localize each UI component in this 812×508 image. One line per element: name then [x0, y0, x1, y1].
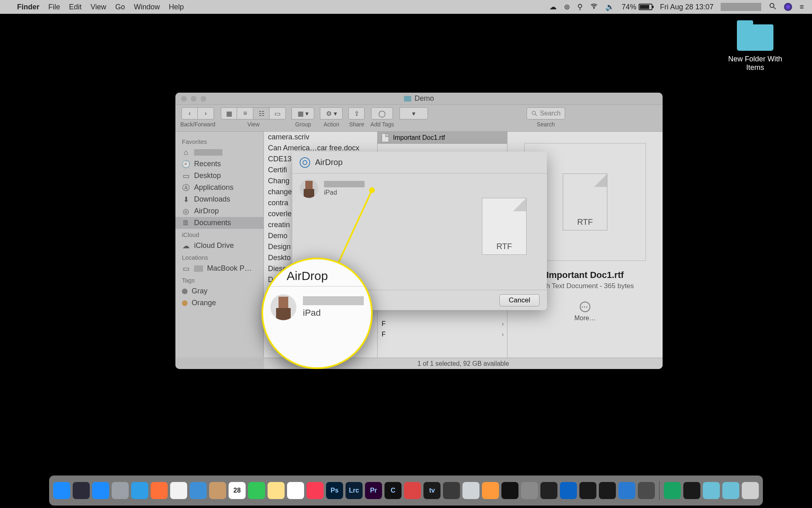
sidebar-item-applications[interactable]: ⒶApplications: [175, 182, 263, 193]
view-icons[interactable]: ▦: [221, 107, 237, 119]
dock-app-nikon1[interactable]: [579, 482, 596, 499]
dock-app-messages[interactable]: [248, 482, 265, 499]
dock-app-capture[interactable]: C: [384, 482, 402, 499]
sidebar-tag-gray[interactable]: Gray: [175, 285, 263, 297]
dock-app-contacts[interactable]: [209, 482, 226, 499]
sidebar-item-desktop[interactable]: ▭Desktop: [175, 170, 263, 182]
sidebar-section-locations: Locations: [175, 252, 263, 263]
laptop-icon: ▭: [182, 265, 190, 273]
dock-app-appstore[interactable]: [92, 482, 109, 499]
sidebar-item-label: Orange: [192, 299, 216, 307]
dock-app-mail[interactable]: [190, 482, 207, 499]
dock-app-safari[interactable]: [131, 482, 148, 499]
dropdown-button[interactable]: ▾: [400, 107, 428, 119]
view-columns[interactable]: ☷: [253, 107, 270, 119]
minimize-button[interactable]: [191, 96, 197, 102]
sidebar-item-icloud-drive[interactable]: ☁︎iCloud Drive: [175, 240, 263, 252]
siri-icon[interactable]: [784, 3, 792, 11]
toolbar-label-nav: Back/Forward: [180, 121, 215, 128]
finder-titlebar[interactable]: Demo: [175, 93, 663, 105]
dock-app-preview[interactable]: [462, 482, 479, 499]
list-item[interactable]: F›: [378, 329, 507, 340]
menu-view[interactable]: View: [91, 3, 106, 11]
cancel-button[interactable]: Cancel: [499, 294, 540, 306]
sidebar-item-recents[interactable]: 🕘Recents: [175, 158, 263, 170]
dock-app-1password[interactable]: [683, 482, 700, 499]
sidebar-item-macbook[interactable]: ▭MacBook P…: [175, 263, 263, 274]
group-button[interactable]: ▦ ▾: [292, 107, 314, 119]
dock-app-vscode[interactable]: [618, 482, 635, 499]
zoom-button[interactable]: [201, 96, 206, 102]
menu-help[interactable]: Help: [169, 3, 184, 11]
selected-file[interactable]: Important Doc1.rtf: [378, 132, 507, 144]
sidebar-item-documents[interactable]: 🗎Documents: [175, 217, 263, 229]
menu-window[interactable]: Window: [134, 3, 160, 11]
sidebar-item-downloads[interactable]: ⬇Downloads: [175, 193, 263, 205]
avatar: [270, 294, 296, 320]
dock-app-app2[interactable]: [540, 482, 557, 499]
airdrop-device[interactable]: iPad: [300, 179, 540, 198]
dock-app-photoshop[interactable]: Ps: [326, 482, 343, 499]
dock-app-lightroom[interactable]: Lrc: [346, 482, 363, 499]
dock-app-app3[interactable]: [664, 482, 681, 499]
share-button[interactable]: ⇪: [348, 107, 365, 119]
battery-status[interactable]: 74%: [622, 3, 652, 11]
dock-app-trash[interactable]: [742, 482, 759, 499]
view-list[interactable]: ≡: [237, 107, 253, 119]
documents-icon: 🗎: [182, 219, 190, 227]
tags-button[interactable]: ◯: [371, 107, 393, 119]
dock-app-app1[interactable]: [404, 482, 421, 499]
list-item[interactable]: F›: [378, 319, 507, 329]
sidebar-section-tags: Tags: [175, 274, 263, 285]
dock-app-music[interactable]: [307, 482, 324, 499]
toolbar-label-search: Search: [537, 121, 555, 128]
dock-app-pages[interactable]: [482, 482, 499, 499]
window-title: Demo: [415, 94, 434, 103]
notification-center-icon[interactable]: ≡: [799, 3, 804, 11]
spotlight-icon[interactable]: [769, 2, 777, 12]
dock-app-folder[interactable]: [722, 482, 739, 499]
action-button[interactable]: ⚙ ▾: [320, 107, 343, 119]
dock-app-notes[interactable]: [268, 482, 285, 499]
dock-app-quicktime[interactable]: [443, 482, 460, 499]
bluetooth-icon[interactable]: ⚲: [577, 2, 583, 11]
close-button[interactable]: [181, 96, 187, 102]
dock-app-sublime[interactable]: [638, 482, 655, 499]
dock-app-appletv[interactable]: tv: [423, 482, 441, 499]
dock-app-launchpad[interactable]: [112, 482, 129, 499]
dock-app-siri[interactable]: [73, 482, 90, 499]
menu-go[interactable]: Go: [115, 3, 125, 11]
dock-app-premiere[interactable]: Pr: [365, 482, 382, 499]
search-field[interactable]: Search: [527, 107, 565, 119]
dock-app-downloads[interactable]: [703, 482, 720, 499]
dock-app-nikon2[interactable]: [599, 482, 616, 499]
dock-app-finder[interactable]: [53, 482, 70, 499]
cloud-icon[interactable]: ☁︎: [549, 2, 557, 11]
more-button[interactable]: •••: [580, 302, 590, 312]
sidebar-item-home[interactable]: ⌂: [175, 147, 263, 158]
steelseries-icon[interactable]: ⊚: [564, 2, 570, 11]
toolbar-label-view: View: [247, 121, 259, 128]
finder-toolbar: ‹ › Back/Forward ▦ ≡ ☷ ▭ View ▦ ▾ Group …: [175, 105, 663, 132]
back-button[interactable]: ‹: [181, 107, 198, 119]
forward-button[interactable]: ›: [198, 107, 214, 119]
dock-app-reminders[interactable]: [287, 482, 304, 499]
app-menu[interactable]: Finder: [17, 3, 39, 11]
clock[interactable]: Fri Aug 28 13:07: [660, 3, 713, 11]
sidebar-item-airdrop[interactable]: ◎AirDrop: [175, 205, 263, 217]
file-row[interactable]: camera.scriv: [264, 132, 377, 143]
volume-icon[interactable]: 🔈: [605, 2, 614, 11]
menu-edit[interactable]: Edit: [69, 3, 82, 11]
desktop-folder[interactable]: New Folder With Items: [723, 24, 788, 72]
sidebar-tag-orange[interactable]: Orange: [175, 297, 263, 309]
dock-app-onedrive[interactable]: [560, 482, 577, 499]
view-gallery[interactable]: ▭: [270, 107, 286, 119]
dock-app-chrome[interactable]: [170, 482, 187, 499]
dock-app-firefox[interactable]: [151, 482, 168, 499]
menu-file[interactable]: File: [48, 3, 60, 11]
dock-app-calendar[interactable]: 28: [229, 482, 246, 499]
redacted-menubar: [721, 3, 761, 11]
dock-app-terminal[interactable]: [501, 482, 518, 499]
dock-app-systemprefs[interactable]: [521, 482, 538, 499]
wifi-icon[interactable]: [590, 2, 598, 12]
